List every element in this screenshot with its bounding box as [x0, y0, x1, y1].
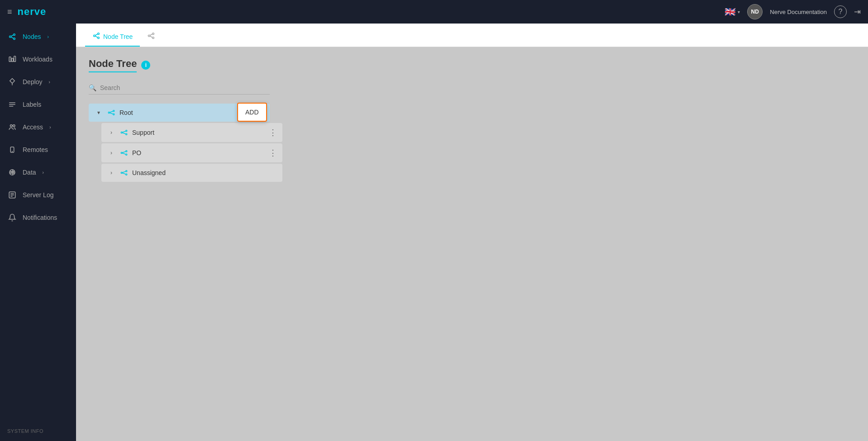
po-more-icon[interactable]: ⋮ [269, 148, 277, 158]
svg-point-2 [14, 38, 15, 40]
svg-point-18 [94, 35, 95, 37]
sidebar-item-deploy[interactable]: Deploy › [0, 71, 76, 93]
svg-point-25 [153, 37, 154, 39]
svg-line-27 [150, 36, 153, 38]
svg-line-43 [122, 153, 126, 154]
svg-line-21 [95, 34, 97, 35]
svg-line-4 [11, 37, 13, 38]
unassigned-node-icon [119, 168, 129, 177]
svg-point-29 [108, 112, 110, 114]
svg-point-46 [126, 174, 127, 175]
svg-point-36 [126, 133, 127, 135]
tree-container: ▾ Root ADD [89, 104, 855, 182]
chevron-right-icon: › [107, 148, 116, 157]
tab-node-list[interactable] [140, 27, 162, 47]
svg-line-47 [122, 171, 126, 172]
user-avatar[interactable]: ND [747, 4, 763, 19]
chevron-down-icon: ▾ [94, 108, 103, 117]
language-selector[interactable]: 🇬🇧 ▾ [725, 6, 740, 17]
sidebar-item-workloads[interactable]: Workloads [0, 48, 76, 71]
po-node-icon [119, 148, 129, 157]
svg-rect-6 [12, 58, 14, 62]
chevron-down-icon: ▾ [738, 9, 740, 14]
data-icon [7, 167, 17, 177]
deploy-icon [7, 77, 17, 87]
tree-row-support[interactable]: › Support ⋮ [101, 123, 282, 142]
help-icon[interactable]: ? [834, 5, 847, 18]
notifications-icon [7, 213, 17, 223]
sidebar-item-remotes[interactable]: Remotes [0, 138, 76, 161]
svg-line-32 [110, 111, 113, 112]
svg-point-23 [148, 35, 150, 37]
tab-node-list-icon [147, 32, 155, 41]
sidebar-item-data-arrow: › [43, 170, 44, 175]
remotes-icon [7, 145, 17, 155]
svg-point-45 [126, 171, 127, 172]
logout-icon[interactable]: ⇥ [854, 7, 861, 17]
tree-row-unassigned[interactable]: › Unassigned [101, 164, 282, 182]
svg-point-20 [98, 37, 100, 39]
page-title: Node Tree [89, 58, 137, 72]
svg-point-41 [126, 154, 127, 155]
svg-point-1 [14, 34, 15, 36]
search-input[interactable] [100, 84, 270, 91]
sidebar-item-access[interactable]: Access › [0, 116, 76, 138]
svg-point-30 [113, 110, 114, 112]
hamburger-icon[interactable]: ≡ [7, 7, 12, 17]
sidebar-item-data-label: Data [23, 169, 36, 176]
nodes-icon [7, 32, 17, 42]
sidebar-item-labels-label: Labels [23, 101, 41, 108]
svg-line-37 [122, 131, 126, 132]
topbar-left: ≡ nerve [7, 6, 46, 18]
svg-rect-5 [9, 57, 11, 62]
support-node-icon [119, 128, 129, 137]
search-row: 🔍 [89, 81, 855, 95]
tab-node-tree-label: Node Tree [103, 33, 133, 40]
system-info: SYSTEM INFO [0, 421, 76, 441]
sidebar-item-nodes-arrow: › [47, 34, 48, 39]
svg-line-22 [95, 36, 97, 38]
svg-point-31 [113, 114, 114, 115]
add-popup-label: ADD [245, 109, 259, 116]
access-icon [7, 122, 17, 132]
tab-node-tree[interactable]: Node Tree [85, 27, 140, 47]
search-icon: 🔍 [89, 84, 96, 91]
svg-point-9 [10, 125, 13, 127]
svg-point-44 [121, 172, 122, 174]
sidebar-item-labels[interactable]: Labels [0, 93, 76, 116]
svg-point-34 [121, 132, 122, 133]
info-icon[interactable]: i [141, 61, 150, 70]
tree-children: › Support ⋮ › [89, 123, 855, 182]
page-title-row: Node Tree i [89, 58, 855, 72]
sidebar-item-deploy-arrow: › [49, 80, 50, 85]
sidebar-item-nodes[interactable]: Nodes › [0, 25, 76, 48]
svg-point-0 [10, 36, 11, 38]
search-box: 🔍 [89, 81, 270, 95]
sidebar-item-notifications-label: Notifications [23, 214, 57, 221]
tabs-bar: Node Tree [76, 24, 868, 47]
svg-point-24 [153, 33, 154, 35]
svg-point-39 [121, 152, 122, 154]
sidebar-item-access-label: Access [23, 123, 43, 131]
page-content: Node Tree i 🔍 ▾ [76, 47, 868, 441]
nerve-docs-link[interactable]: Nerve Documentation [770, 9, 827, 15]
tree-row-root[interactable]: ▾ Root ADD [89, 104, 270, 122]
tree-row-po[interactable]: › PO ⋮ [101, 143, 282, 162]
svg-point-19 [98, 33, 100, 35]
sidebar-item-nodes-label: Nodes [23, 33, 41, 40]
sidebar-item-remotes-label: Remotes [23, 146, 48, 153]
support-more-icon[interactable]: ⋮ [269, 128, 277, 138]
add-popup[interactable]: ADD [237, 103, 267, 122]
svg-point-40 [126, 151, 127, 152]
chevron-right-icon: › [107, 128, 116, 137]
server-log-icon [7, 190, 17, 200]
topbar: ≡ nerve 🇬🇧 ▾ ND Nerve Documentation ? ⇥ [0, 0, 868, 24]
sidebar-item-data[interactable]: Data › [0, 161, 76, 184]
topbar-right: 🇬🇧 ▾ ND Nerve Documentation ? ⇥ [725, 4, 861, 19]
sidebar-item-notifications[interactable]: Notifications [0, 206, 76, 229]
flag-icon: 🇬🇧 [725, 6, 736, 17]
sidebar: Nodes › Workloads Deploy › [0, 24, 76, 441]
svg-line-48 [122, 173, 126, 174]
sidebar-item-server-log[interactable]: Server Log [0, 184, 76, 206]
labels-icon [7, 100, 17, 109]
